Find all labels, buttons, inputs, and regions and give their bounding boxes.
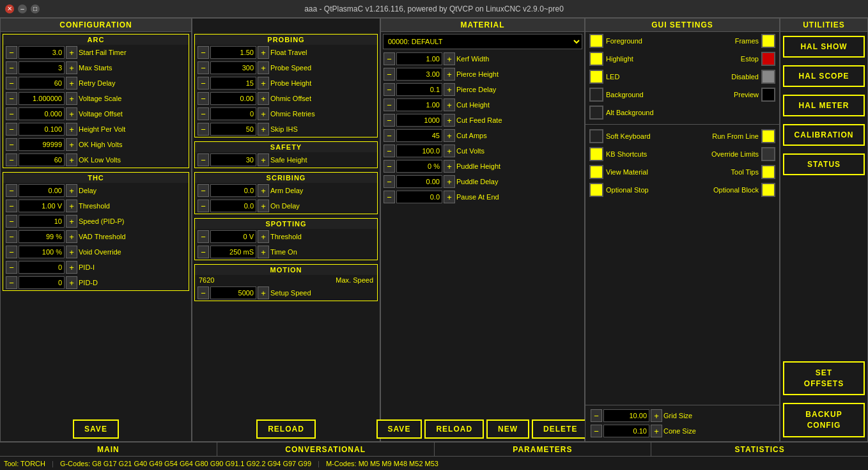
material-reload-button[interactable]: RELOAD [424, 419, 484, 439]
mat-0-value[interactable] [396, 52, 442, 65]
mat-4-value[interactable] [396, 114, 442, 127]
arc-3-minus[interactable]: − [6, 92, 17, 105]
tooltips-checkbox[interactable] [761, 165, 775, 179]
altbg-color-box[interactable] [589, 106, 603, 120]
mat-3-plus[interactable]: + [444, 98, 455, 111]
spotting-1-value[interactable] [210, 246, 256, 258]
probe-3-plus[interactable]: + [258, 92, 269, 105]
mat-5-plus[interactable]: + [444, 129, 455, 142]
grid-size-minus[interactable]: − [591, 409, 602, 422]
motion-setup-plus[interactable]: + [258, 286, 269, 299]
tab-statistics[interactable]: STATISTICS [651, 443, 868, 456]
probe-2-plus[interactable]: + [258, 77, 269, 90]
mat-3-value[interactable] [396, 98, 442, 111]
backup-config-button[interactable]: BACKUP CONFIG [783, 403, 865, 437]
thc-3-minus[interactable]: − [6, 230, 17, 243]
mat-0-plus[interactable]: + [444, 52, 455, 65]
arc-2-minus[interactable]: − [6, 77, 17, 90]
probe-5-value[interactable] [210, 123, 256, 136]
arc-4-plus[interactable]: + [66, 107, 77, 120]
mat-7-minus[interactable]: − [384, 160, 395, 173]
scribing-1-plus[interactable]: + [258, 200, 269, 212]
set-offsets-button[interactable]: SET OFFSETS [783, 361, 865, 396]
mat-2-minus[interactable]: − [384, 83, 395, 96]
material-select[interactable]: 00000: DEFAULT [383, 34, 582, 49]
hal-meter-button[interactable]: HAL METER [783, 95, 865, 116]
hal-show-button[interactable]: HAL SHOW [783, 36, 865, 58]
arc-6-value[interactable] [19, 138, 65, 151]
status-button[interactable]: STATUS [783, 153, 865, 175]
spotting-0-plus[interactable]: + [258, 230, 269, 243]
motion-setup-minus[interactable]: − [198, 286, 209, 299]
mat-4-plus[interactable]: + [444, 114, 455, 127]
preview-color-box[interactable] [761, 88, 775, 102]
mat-6-minus[interactable]: − [384, 145, 395, 157]
probe-5-minus[interactable]: − [198, 123, 209, 136]
arc-5-minus[interactable]: − [6, 123, 17, 136]
frames-color-box[interactable] [761, 34, 775, 48]
spotting-1-plus[interactable]: + [258, 246, 269, 258]
safety-0-value[interactable] [210, 153, 256, 166]
thc-3-plus[interactable]: + [66, 230, 77, 243]
thc-4-plus[interactable]: + [66, 246, 77, 258]
thc-5-value[interactable] [19, 261, 65, 274]
spotting-0-value[interactable] [210, 230, 256, 243]
arc-0-minus[interactable]: − [6, 46, 17, 59]
probe-4-value[interactable] [210, 107, 256, 120]
mat-8-plus[interactable]: + [444, 175, 455, 188]
scribing-1-minus[interactable]: − [198, 200, 209, 212]
probe-1-value[interactable] [210, 61, 256, 74]
mat-2-value[interactable] [396, 83, 442, 96]
tab-parameters[interactable]: PARAMETERS [435, 443, 652, 456]
mat-2-plus[interactable]: + [444, 83, 455, 96]
arc-4-value[interactable] [19, 107, 65, 120]
probe-3-value[interactable] [210, 92, 256, 105]
arc-5-value[interactable] [19, 123, 65, 136]
arc-0-plus[interactable]: + [66, 46, 77, 59]
material-new-button[interactable]: NEW [486, 419, 529, 439]
probe-5-plus[interactable]: + [258, 123, 269, 136]
thc-0-value[interactable] [19, 184, 65, 197]
probing-reload-button[interactable]: RELOAD [256, 419, 316, 439]
thc-1-minus[interactable]: − [6, 200, 17, 212]
arc-7-minus[interactable]: − [6, 153, 17, 166]
mat-1-value[interactable] [396, 68, 442, 81]
probe-4-minus[interactable]: − [198, 107, 209, 120]
mat-6-value[interactable] [396, 145, 442, 157]
mat-5-minus[interactable]: − [384, 129, 395, 142]
scribing-0-minus[interactable]: − [198, 184, 209, 197]
kbshort-checkbox[interactable] [589, 147, 603, 161]
cone-size-value[interactable] [603, 425, 649, 437]
estop-color-box[interactable] [761, 52, 775, 66]
led-color-box[interactable] [589, 70, 603, 84]
probe-3-minus[interactable]: − [198, 92, 209, 105]
mat-6-plus[interactable]: + [444, 145, 455, 157]
arc-1-plus[interactable]: + [66, 61, 77, 74]
mat-1-plus[interactable]: + [444, 68, 455, 81]
cone-size-minus[interactable]: − [591, 425, 602, 437]
probe-2-minus[interactable]: − [198, 77, 209, 90]
spotting-1-minus[interactable]: − [198, 246, 209, 258]
probe-1-plus[interactable]: + [258, 61, 269, 74]
thc-5-plus[interactable]: + [66, 261, 77, 274]
background-color-box[interactable] [589, 88, 603, 102]
arc-3-plus[interactable]: + [66, 92, 77, 105]
material-save-button[interactable]: SAVE [376, 419, 422, 439]
mat-9-minus[interactable]: − [384, 191, 395, 203]
mat-4-minus[interactable]: − [384, 114, 395, 127]
close-button[interactable]: ✕ [5, 4, 14, 13]
arc-3-value[interactable] [19, 92, 65, 105]
mat-5-value[interactable] [396, 129, 442, 142]
thc-1-value[interactable] [19, 200, 65, 212]
optstop-checkbox[interactable] [589, 183, 603, 197]
mat-1-minus[interactable]: − [384, 68, 395, 81]
viewmat-checkbox[interactable] [589, 165, 603, 179]
probe-0-minus[interactable]: − [198, 46, 209, 59]
motion-setup-value[interactable] [210, 286, 256, 299]
thc-4-minus[interactable]: − [6, 246, 17, 258]
thc-6-minus[interactable]: − [6, 276, 17, 289]
arc-1-minus[interactable]: − [6, 61, 17, 74]
probe-2-value[interactable] [210, 77, 256, 90]
thc-3-value[interactable] [19, 230, 65, 243]
tab-main[interactable]: MAIN [0, 443, 217, 456]
